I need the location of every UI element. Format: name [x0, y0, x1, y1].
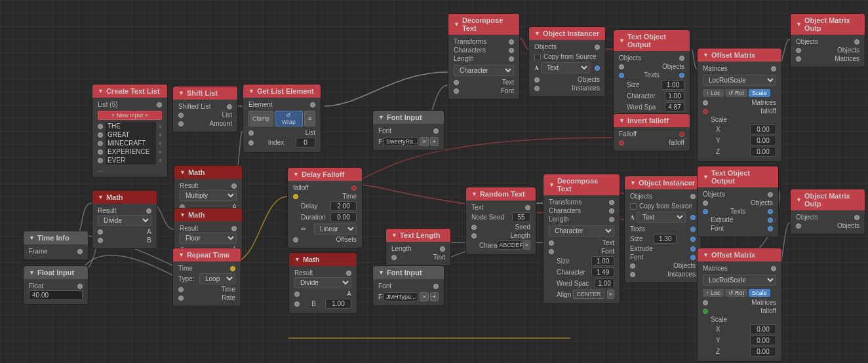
falloff-socket[interactable]: [703, 109, 708, 114]
remove-font1-btn[interactable]: ×: [420, 137, 428, 146]
collapse-arrow[interactable]: ▼: [703, 174, 709, 180]
mode-select1[interactable]: Character: [454, 65, 514, 76]
text-socket[interactable]: [391, 255, 397, 260]
collapse-arrow[interactable]: ▼: [471, 191, 477, 197]
extrude-socket[interactable]: [768, 218, 773, 223]
remove-the-btn[interactable]: ×: [159, 123, 162, 130]
remove-font2-btn[interactable]: ×: [420, 292, 428, 301]
font-socket[interactable]: [549, 249, 554, 254]
size-val[interactable]: 1.00: [661, 80, 684, 90]
type-select2[interactable]: Text: [637, 212, 686, 223]
matrices-in-socket2[interactable]: [703, 300, 708, 305]
list-socket[interactable]: [248, 130, 254, 136]
offsets-socket[interactable]: [293, 237, 298, 242]
instances-socket[interactable]: [534, 86, 540, 91]
copy-source2-checkbox[interactable]: [630, 203, 637, 210]
a-socket[interactable]: [98, 229, 103, 235]
font-socket[interactable]: [768, 226, 773, 231]
z-val2[interactable]: 0.00: [750, 347, 776, 356]
collapse-arrow[interactable]: ▼: [619, 37, 625, 44]
objects-out-socket[interactable]: [595, 45, 600, 50]
collapse-arrow[interactable]: ▼: [98, 88, 104, 94]
text-out-socket[interactable]: [525, 205, 530, 210]
collapse-arrow[interactable]: ▼: [29, 235, 35, 241]
text-socket[interactable]: [454, 80, 459, 85]
collapse-arrow[interactable]: ▼: [378, 269, 384, 276]
shifted-list-socket[interactable]: [227, 104, 232, 109]
objects-out-socket[interactable]: [690, 194, 696, 199]
duration-value[interactable]: 0.00: [330, 212, 357, 222]
copy-source-checkbox[interactable]: [534, 54, 541, 60]
instances-socket2[interactable]: [630, 272, 635, 277]
falloff-socket[interactable]: [351, 185, 357, 191]
obj-out-socket2[interactable]: [854, 215, 859, 220]
loc-btn2[interactable]: ↑ Loc: [703, 289, 724, 297]
y-val2[interactable]: 0.00: [750, 335, 776, 345]
font-out-socket[interactable]: [433, 284, 439, 289]
collapse-arrow[interactable]: ▼: [178, 90, 184, 96]
rot-btn1[interactable]: ↺ Rot: [725, 89, 748, 97]
math4-op-select[interactable]: Divide: [294, 277, 351, 288]
size-val2[interactable]: 1.30: [654, 234, 677, 244]
list-output-socket[interactable]: [157, 102, 162, 107]
falloff-in-socket[interactable]: [619, 140, 624, 145]
type-select1[interactable]: Text: [541, 62, 590, 73]
list-icon-btn[interactable]: ≡: [304, 111, 315, 126]
size-val[interactable]: 1.00: [591, 256, 614, 266]
b-socket[interactable]: [98, 238, 103, 243]
type-socket[interactable]: [595, 66, 600, 71]
new-input-btn[interactable]: + New Input ×: [98, 111, 162, 120]
loc-btn1[interactable]: ↑ Loc: [703, 89, 724, 97]
collapse-arrow[interactable]: ▼: [293, 171, 299, 178]
length-out-socket[interactable]: [440, 246, 445, 252]
seed-socket[interactable]: [471, 225, 477, 230]
z-val1[interactable]: 0.00: [750, 147, 776, 157]
rate-socket[interactable]: [178, 296, 184, 301]
matrices-in-socket[interactable]: [703, 100, 708, 105]
b-socket[interactable]: [294, 301, 300, 307]
x-val2[interactable]: 0.00: [750, 324, 776, 334]
collapse-arrow[interactable]: ▼: [391, 232, 397, 239]
size-socket[interactable]: [690, 237, 696, 242]
align-val[interactable]: CENTER: [573, 290, 604, 299]
collapse-arrow[interactable]: ▼: [630, 180, 636, 186]
remove-exp-btn[interactable]: ×: [159, 149, 162, 155]
collapse-arrow[interactable]: ▼: [619, 117, 625, 124]
objects-in-socket[interactable]: [619, 64, 624, 69]
collapse-arrow[interactable]: ▼: [29, 269, 35, 276]
element-socket[interactable]: [310, 102, 315, 107]
char-val[interactable]: 1.00: [665, 91, 684, 101]
chars-value[interactable]: ABCDEF...: [497, 240, 523, 250]
mode-select2[interactable]: Character: [549, 225, 614, 237]
length-socket[interactable]: [509, 56, 514, 62]
texts-socket[interactable]: [690, 227, 696, 232]
float-socket[interactable]: [77, 284, 83, 289]
delay-value[interactable]: 2.00: [330, 201, 357, 211]
length-socket[interactable]: [609, 217, 614, 222]
obj-out-socket[interactable]: [854, 39, 859, 45]
collapse-arrow[interactable]: ▼: [534, 30, 540, 37]
font-socket2[interactable]: [690, 255, 696, 260]
falloff-out-socket[interactable]: [679, 132, 684, 137]
length-socket[interactable]: [471, 233, 477, 239]
collapse-arrow[interactable]: ▼: [178, 252, 184, 258]
collapse-arrow[interactable]: ▼: [703, 252, 709, 258]
char-val[interactable]: 1.49: [591, 267, 614, 277]
result-socket[interactable]: [346, 271, 351, 276]
remove-minecraft-btn[interactable]: ×: [159, 140, 162, 147]
objects-in-socket[interactable]: [534, 77, 540, 83]
time-in-socket[interactable]: [178, 287, 184, 292]
float-value-input[interactable]: [29, 290, 83, 300]
collapse-arrow[interactable]: ▼: [378, 114, 384, 121]
remove-great-btn[interactable]: ×: [159, 132, 162, 138]
a-socket[interactable]: [294, 292, 300, 297]
index-value[interactable]: 0: [296, 138, 315, 147]
scale-btn2[interactable]: Scale: [749, 289, 770, 297]
collapse-arrow[interactable]: ▼: [796, 21, 802, 28]
easing-select[interactable]: Linear: [314, 223, 357, 235]
characters-socket[interactable]: [609, 208, 614, 214]
type-socket2[interactable]: [690, 215, 696, 220]
wrap-btn[interactable]: ↺ Wrap: [275, 111, 303, 126]
obj-in-socket[interactable]: [796, 48, 801, 53]
matrices-socket[interactable]: [796, 56, 801, 62]
